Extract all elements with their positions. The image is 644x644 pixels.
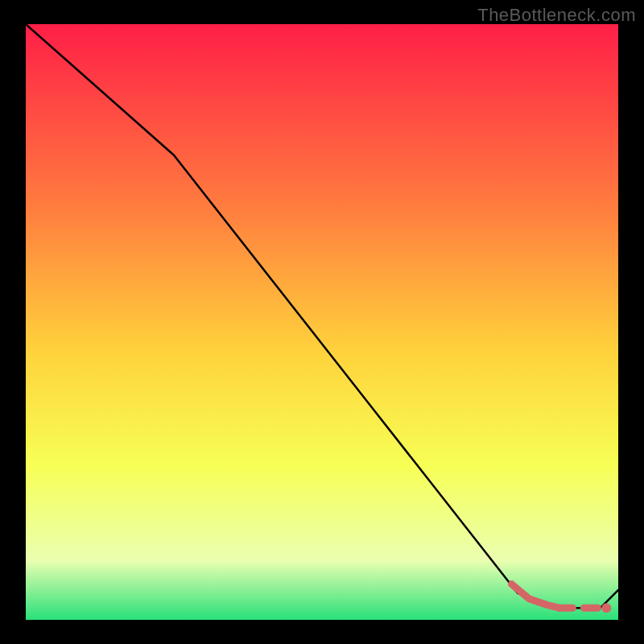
plot-area bbox=[26, 24, 618, 620]
bottleneck-chart bbox=[26, 24, 618, 620]
watermark-text: TheBottleneck.com bbox=[477, 5, 636, 26]
gradient-background bbox=[26, 24, 618, 620]
highlight-end-dot bbox=[601, 603, 611, 613]
chart-frame: TheBottleneck.com bbox=[0, 0, 644, 644]
